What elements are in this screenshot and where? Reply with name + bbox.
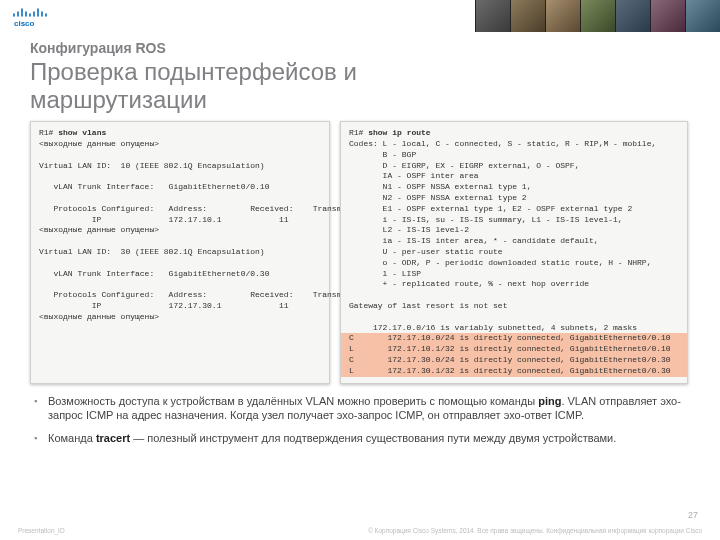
bullet-ping: Возможность доступа к устройствам в удал…: [38, 394, 686, 424]
pretitle: Конфигурация ROS: [30, 40, 690, 56]
svg-text:cisco: cisco: [14, 19, 35, 28]
bullets: Возможность доступа к устройствам в удал…: [0, 384, 720, 447]
topbar: cisco: [0, 0, 720, 32]
slide-header: Конфигурация ROS Проверка подынтерфейсов…: [0, 32, 720, 121]
footer-left: Presentation_ID: [18, 527, 65, 534]
page-number: 27: [688, 510, 698, 520]
logo-cell: cisco: [0, 0, 80, 32]
terminal-show-ip-route: R1# show ip route Codes: L - local, C - …: [340, 121, 688, 383]
route-row-l-10: L 172.17.10.1/32 is directly connected, …: [341, 344, 687, 355]
cisco-logo-icon: cisco: [10, 4, 62, 28]
route-row-l-30: L 172.17.30.1/32 is directly connected, …: [341, 366, 687, 377]
route-row-c-10: C 172.17.10.0/24 is directly connected, …: [341, 333, 687, 344]
route-row-c-30: C 172.17.30.0/24 is directly connected, …: [341, 355, 687, 366]
footer-right: © Корпорация Cisco Systems, 2014. Все пр…: [368, 527, 702, 534]
terminal-show-vlans: R1# show vlans <выходные данные опущены>…: [30, 121, 330, 383]
slide-title: Проверка подынтерфейсов и маршрутизации: [30, 58, 690, 113]
bullet-tracert: Команда tracert — полезный инструмент дл…: [38, 431, 686, 446]
header-photo-strip: [475, 0, 720, 32]
